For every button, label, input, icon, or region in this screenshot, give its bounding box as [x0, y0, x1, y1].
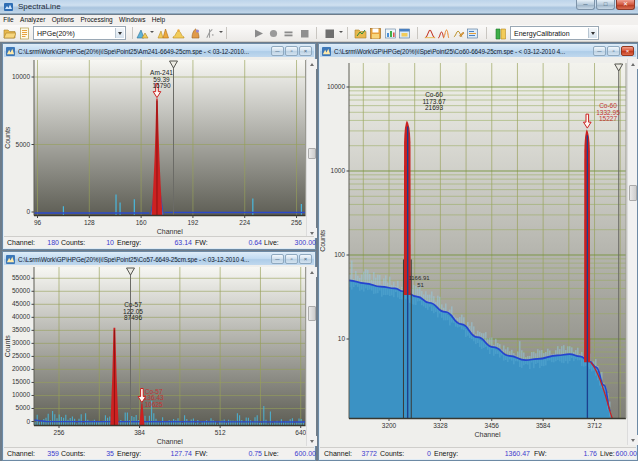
acquisition-stop-button[interactable] [323, 26, 336, 40]
record-icon [267, 27, 280, 40]
child-restore-button[interactable]: ▫ [285, 254, 298, 264]
peak-label-co-60-line3: 15227 [599, 115, 617, 122]
scroll-up-arrow[interactable] [628, 59, 638, 69]
roi-label-energy: 1166.91 [408, 275, 430, 281]
close-button[interactable]: ✕ [616, 0, 635, 10]
peak-edit-button[interactable] [453, 26, 465, 40]
dropdown-caret[interactable] [150, 31, 154, 33]
spectrum-plot-am241[interactable]: Am-24159.391679096128160192224256Channel… [4, 57, 316, 238]
combobox-arrow[interactable] [115, 28, 124, 38]
new-window-button[interactable] [398, 26, 411, 40]
chart-copy-button[interactable] [384, 26, 397, 40]
scroll-down-arrow[interactable] [307, 436, 317, 446]
peak-fit-icon [424, 27, 436, 40]
menu-item-file[interactable]: File [0, 15, 17, 25]
scroll-up-arrow[interactable] [307, 59, 317, 69]
triangle-down-icon [310, 440, 314, 443]
menu-item-analyzer[interactable]: Analyzer [17, 15, 49, 25]
report-window-button[interactable] [466, 26, 479, 40]
main-title-bar[interactable]: SpectraLine ─ □ ✕ [0, 0, 638, 14]
y-tick-label: 0 [26, 418, 30, 425]
scroll-down-arrow[interactable] [628, 435, 638, 445]
child-minimize-button[interactable]: ─ [271, 254, 284, 264]
record-button[interactable] [267, 26, 280, 40]
save-button[interactable] [369, 26, 382, 40]
child-close-button[interactable]: × [299, 46, 312, 56]
peak-search-button[interactable] [157, 26, 170, 40]
multi-peak-button[interactable] [437, 26, 450, 40]
vertical-scrollbar[interactable] [306, 59, 316, 238]
spectrum-plot-co57[interactable]: Co-57122.0587496Co-57136.431062525638451… [4, 265, 316, 449]
child-close-button[interactable]: × [621, 46, 634, 56]
spectrum-plot-co60[interactable]: Co-601173.6721693Co-601332.9515227320033… [320, 57, 638, 449]
window-title: C:\Lsrm\Work\GP\HPGe(20%)\!Spe\Point25\C… [18, 256, 270, 263]
scrollbar-thumb[interactable] [308, 148, 316, 159]
x-tick-label: 3200 [382, 422, 397, 429]
y-tick-label: 5000 [16, 404, 31, 411]
toolbar-separator [347, 27, 348, 39]
spectrum-analysis-button[interactable] [136, 26, 149, 40]
child-minimize-button[interactable]: ─ [593, 46, 606, 56]
y-axis-label: Counts [320, 229, 326, 252]
efficiency-button[interactable] [172, 26, 185, 40]
menu-item-help[interactable]: Help [149, 15, 169, 25]
peak-fit-button[interactable] [424, 26, 436, 40]
dropdown-caret[interactable] [219, 31, 223, 33]
y-tick-label: 40000 [12, 313, 30, 320]
stop-button[interactable] [298, 26, 311, 40]
x-axis-label: Channel [157, 228, 184, 235]
smoothing-button[interactable] [204, 26, 216, 40]
efficiency-icon [172, 27, 185, 40]
spectrum-status-bar: Channel:359Counts:35Energy:127.74FW:0.75… [4, 447, 314, 459]
scrollbar-thumb[interactable] [629, 185, 637, 201]
x-tick-label: 3584 [536, 422, 551, 429]
open-folder-button[interactable] [2, 26, 16, 40]
plot-client-area: Co-601173.6721693Co-601332.9515227320033… [320, 57, 636, 447]
chevron-down-icon [591, 32, 595, 35]
toolbar: HPGe(20%)EnergyCalibration [0, 25, 638, 42]
spectrum-baseline [34, 213, 306, 214]
open-spectrum-button[interactable] [354, 26, 367, 40]
app-title: SpectraLine [18, 1, 61, 13]
calibration-combobox[interactable]: EnergyCalibration [510, 26, 599, 40]
library-button[interactable] [493, 26, 507, 40]
multi-peak-icon [437, 27, 450, 40]
menu-item-processing[interactable]: Processing [77, 15, 116, 25]
child-minimize-button[interactable]: ─ [271, 46, 284, 56]
play-button[interactable] [252, 26, 265, 40]
detector-combobox[interactable]: HPGe(20%) [33, 26, 126, 40]
y-tick-label: 35000 [12, 326, 30, 333]
y-tick-label: 10000 [327, 83, 345, 90]
x-tick-label: 3712 [587, 422, 602, 429]
minimize-button[interactable]: ─ [576, 0, 595, 10]
x-tick-label: 224 [239, 219, 250, 226]
report-icon [18, 27, 31, 40]
child-restore-button[interactable]: ▫ [285, 46, 298, 56]
dropdown-caret[interactable] [339, 31, 343, 33]
child-title-bar[interactable]: C:\Lsrm\Work\GP\HPGe(20%)\!Spe\Point25\C… [320, 45, 636, 57]
spectrum-analysis-icon [136, 27, 149, 40]
y-tick-label: 5000 [16, 141, 31, 148]
child-restore-button[interactable]: ▫ [607, 46, 620, 56]
child-close-button[interactable]: × [299, 254, 312, 264]
scroll-up-arrow[interactable] [307, 267, 317, 277]
vertical-scrollbar[interactable] [627, 59, 637, 445]
report-button[interactable] [17, 26, 31, 40]
y-tick-label: 0 [26, 208, 30, 215]
vertical-scrollbar[interactable] [306, 267, 316, 446]
spectrum-file-icon [6, 255, 15, 264]
y-tick-label: 15000 [12, 378, 30, 385]
menu-item-windows[interactable]: Windows [116, 15, 149, 25]
nuclide-identify-button[interactable] [189, 26, 202, 40]
pause-button[interactable] [282, 26, 295, 40]
combobox-arrow[interactable] [588, 28, 597, 38]
child-title-bar[interactable]: C:\Lsrm\Work\GP\HPGe(20%)\!Spe\Point25\C… [4, 253, 314, 265]
y-tick-label: 10000 [12, 73, 30, 80]
menu-item-options[interactable]: Options [49, 15, 78, 25]
y-axis-label: Counts [4, 126, 11, 149]
new-window-icon [398, 27, 411, 40]
scrollbar-thumb[interactable] [308, 306, 316, 321]
child-title-bar[interactable]: C:\Lsrm\Work\GP\HPGe(20%)\!Spe\Point25\A… [4, 45, 314, 57]
maximize-button[interactable]: □ [596, 0, 615, 10]
peak-edit-icon [453, 27, 465, 40]
